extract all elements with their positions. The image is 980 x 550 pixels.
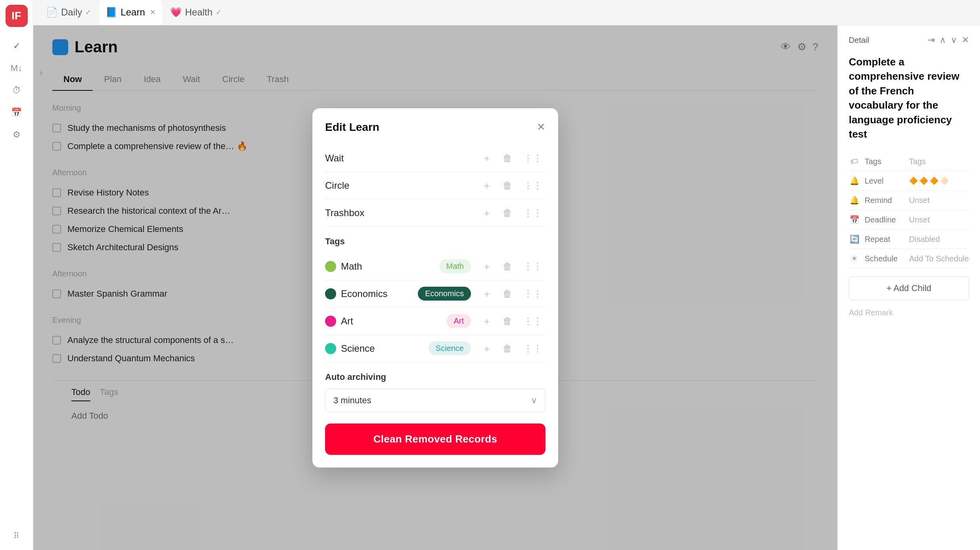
tab-daily[interactable]: 📄 Daily ✓	[40, 0, 98, 25]
economics-badge: Economics	[418, 287, 471, 301]
detail-title: Detail	[849, 36, 869, 45]
tab-learn-label: Learn	[121, 7, 145, 18]
add-child-button[interactable]: + Add Child	[849, 276, 969, 300]
detail-down-icon[interactable]: ∨	[951, 35, 957, 45]
wait-add-icon[interactable]: ＋	[479, 150, 495, 166]
science-drag-icon[interactable]: ⋮⋮	[520, 341, 546, 356]
tags-section-label: Tags	[325, 236, 546, 247]
auto-archiving-label: Auto archiving	[325, 372, 546, 382]
detail-login-icon[interactable]: ⇥	[928, 35, 935, 45]
math-delete-icon[interactable]: 🗑	[500, 259, 515, 274]
repeat-field-label: Repeat	[865, 235, 904, 244]
tags-icon: 🏷	[849, 157, 860, 166]
detail-task-title: Complete a comprehensive review of the F…	[849, 55, 969, 141]
science-delete-icon[interactable]: 🗑	[500, 341, 515, 356]
art-name: Art	[341, 316, 442, 327]
remind-field-value: Unset	[909, 196, 969, 205]
math-badge: Math	[439, 259, 471, 273]
math-drag-icon[interactable]: ⋮⋮	[520, 259, 546, 274]
tag-row-art: Art Art ＋ 🗑 ⋮⋮	[325, 308, 546, 335]
modal-title: Edit Learn	[325, 121, 379, 134]
sidebar: IF ✓ M↓ ⏱ 📅 ⚙ ⠿	[0, 0, 33, 550]
sidebar-item-settings[interactable]: ⚙	[7, 125, 26, 144]
tab-daily-label: Daily	[61, 7, 82, 18]
circle-add-icon[interactable]: ＋	[479, 178, 495, 194]
clean-removed-records-button[interactable]: Clean Removed Records	[325, 424, 546, 455]
circle-drag-icon[interactable]: ⋮⋮	[520, 178, 546, 193]
sidebar-item-markdown[interactable]: M↓	[7, 59, 26, 78]
schedule-field-label: Schedule	[865, 254, 904, 263]
modal-header: Edit Learn ✕	[325, 121, 546, 134]
list-row-wait: Wait ＋ 🗑 ⋮⋮	[325, 145, 546, 172]
level-dot-3: 🔶	[930, 176, 938, 185]
art-badge: Art	[446, 314, 471, 328]
modal-close-button[interactable]: ✕	[537, 121, 546, 133]
detail-field-tags: 🏷 Tags Tags	[849, 152, 969, 171]
wait-drag-icon[interactable]: ⋮⋮	[520, 151, 546, 165]
art-drag-icon[interactable]: ⋮⋮	[520, 314, 546, 328]
math-name: Math	[341, 261, 434, 272]
deadline-icon: 📅	[849, 215, 860, 224]
wait-label: Wait	[325, 153, 474, 164]
sidebar-item-timer[interactable]: ⏱	[7, 81, 26, 100]
detail-field-level: 🔔 Level 🔶 🔶 🔶 🔶	[849, 171, 969, 191]
tag-row-science: Science Science ＋ 🗑 ⋮⋮	[325, 335, 546, 362]
detail-header-icons: ⇥ ∧ ∨ ✕	[928, 35, 969, 45]
detail-field-schedule: ☀ Schedule Add To Schedule	[849, 249, 969, 268]
economics-name: Economics	[341, 288, 413, 299]
archive-select[interactable]: 3 minutes ∨	[325, 389, 546, 412]
tag-row-math: Math Math ＋ 🗑 ⋮⋮	[325, 253, 546, 280]
economics-drag-icon[interactable]: ⋮⋮	[520, 287, 546, 301]
detail-close-icon[interactable]: ✕	[962, 35, 969, 45]
schedule-icon: ☀	[849, 254, 860, 263]
archive-value: 3 minutes	[333, 395, 371, 406]
detail-up-icon[interactable]: ∧	[940, 35, 946, 45]
level-field-label: Level	[865, 176, 904, 186]
tab-health[interactable]: 💗 Health ✓	[164, 0, 228, 25]
math-color-dot	[325, 261, 336, 272]
science-name: Science	[341, 343, 424, 354]
schedule-field-value: Add To Schedule	[909, 254, 969, 263]
level-dot-1: 🔶	[909, 176, 918, 185]
deadline-field-label: Deadline	[865, 215, 904, 224]
level-icon: 🔔	[849, 176, 860, 186]
sidebar-dots[interactable]: ⠿	[7, 526, 26, 545]
trashbox-delete-icon[interactable]: 🗑	[500, 206, 515, 220]
sidebar-item-check[interactable]: ✓	[7, 36, 26, 56]
economics-color-dot	[325, 288, 336, 299]
trashbox-drag-icon[interactable]: ⋮⋮	[520, 206, 546, 220]
remind-icon: 🔔	[849, 195, 860, 205]
art-add-icon[interactable]: ＋	[479, 313, 495, 329]
circle-delete-icon[interactable]: 🗑	[500, 178, 515, 193]
content-area: › Learn 👁 ⚙ ? Now Plan Idea Wait Ci	[33, 25, 980, 550]
tag-row-economics: Economics Economics ＋ 🗑 ⋮⋮	[325, 280, 546, 308]
tags-field-value: Tags	[909, 157, 969, 166]
economics-delete-icon[interactable]: 🗑	[500, 287, 515, 301]
science-color-dot	[325, 343, 336, 354]
science-add-icon[interactable]: ＋	[479, 341, 495, 356]
art-delete-icon[interactable]: 🗑	[500, 314, 515, 328]
level-dot-4: 🔶	[940, 176, 949, 185]
detail-field-deadline: 📅 Deadline Unset	[849, 210, 969, 230]
health-check-icon: ✓	[216, 8, 222, 17]
tab-health-label: Health	[185, 7, 212, 18]
detail-header: Detail ⇥ ∧ ∨ ✕	[849, 35, 969, 45]
main-area: 📄 Daily ✓ 📘 Learn ✕ 💗 Health ✓ › Learn	[33, 0, 980, 550]
wait-delete-icon[interactable]: 🗑	[500, 151, 515, 165]
repeat-icon: 🔄	[849, 234, 860, 244]
tab-learn-close[interactable]: ✕	[150, 8, 156, 17]
add-remark-button[interactable]: Add Remark	[849, 308, 969, 317]
tags-field-label: Tags	[865, 157, 904, 166]
trashbox-add-icon[interactable]: ＋	[479, 205, 495, 221]
tab-learn[interactable]: 📘 Learn ✕	[99, 0, 162, 25]
daily-check-icon: ✓	[85, 8, 91, 17]
modal-list-items: Wait ＋ 🗑 ⋮⋮ Circle ＋ 🗑 ⋮⋮ Trashbox	[325, 145, 546, 227]
detail-field-repeat: 🔄 Repeat Disabled	[849, 230, 969, 249]
level-dot-2: 🔶	[919, 176, 928, 185]
math-add-icon[interactable]: ＋	[479, 259, 495, 274]
science-badge: Science	[429, 341, 471, 355]
tab-bar: 📄 Daily ✓ 📘 Learn ✕ 💗 Health ✓	[33, 0, 980, 25]
archive-chevron-icon: ∨	[531, 395, 537, 406]
economics-add-icon[interactable]: ＋	[479, 286, 495, 302]
sidebar-item-calendar[interactable]: 📅	[7, 103, 26, 122]
